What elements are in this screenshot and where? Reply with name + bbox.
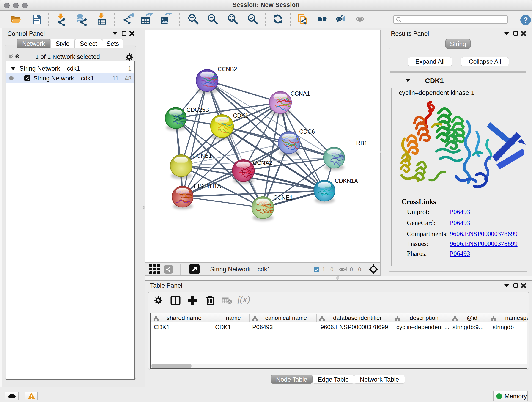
svg-text:CCNA1: CCNA1	[291, 90, 310, 97]
svg-text:CCNA2: CCNA2	[253, 160, 272, 166]
svg-text:HIST1H1A: HIST1H1A	[194, 183, 221, 189]
svg-text:RB1: RB1	[356, 140, 367, 146]
svg-text:CCNB1: CCNB1	[192, 153, 212, 159]
svg-text:?: ?	[523, 16, 528, 24]
svg-text:CDC6: CDC6	[299, 128, 315, 135]
svg-text:CCNB2: CCNB2	[218, 66, 237, 72]
svg-text:CDK1: CDK1	[233, 112, 248, 119]
svg-text:CDC25B: CDC25B	[186, 107, 209, 113]
svg-text:CDKN1A: CDKN1A	[335, 178, 358, 184]
svg-text:CCNE1: CCNE1	[273, 194, 293, 201]
